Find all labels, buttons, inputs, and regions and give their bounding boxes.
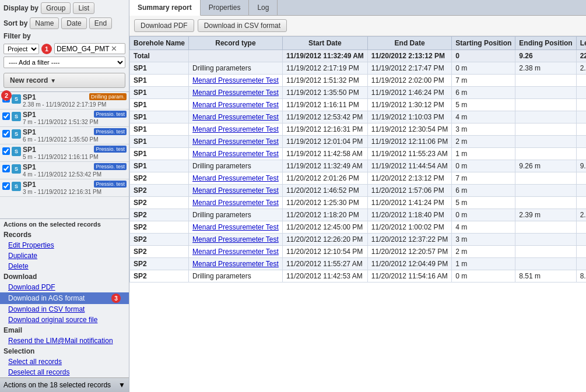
cell-type-9[interactable]: Menard Pressuremeter Test xyxy=(189,172,283,185)
download-ags-item[interactable]: Download in AGS format 3 xyxy=(0,292,129,304)
cell-end-6: 11/19/2012 12:11:06 PM xyxy=(367,136,451,148)
cell-startpos-1: 7 m xyxy=(452,75,515,87)
list-button[interactable]: List xyxy=(73,2,94,14)
cell-start-3: 11/19/2012 1:16:11 PM xyxy=(282,99,367,111)
record-info-3: Pressio. test SP1 5 m - 11/19/2012 1:16:… xyxy=(23,146,127,160)
cell-type-2[interactable]: Menard Pressuremeter Test xyxy=(189,87,283,99)
tab-summary-report[interactable]: Summary report xyxy=(129,0,201,16)
table-row: SP2 Menard Pressuremeter Test 11/20/2012… xyxy=(130,172,587,185)
filter-value-text: DEMO_G4_PMT xyxy=(57,45,110,53)
record-item-4: S Pressio. test SP1 4 m - 11/19/2012 12:… xyxy=(0,162,129,179)
cell-length-7 xyxy=(576,148,586,160)
table-row: SP1 Menard Pressuremeter Test 11/19/2012… xyxy=(130,99,587,111)
summary-table: Borehole Name Record type Start Date End… xyxy=(129,36,586,282)
deselect-all-item[interactable]: Deselect all records xyxy=(0,367,129,377)
delete-item[interactable]: Delete xyxy=(0,261,129,271)
cell-length-11 xyxy=(576,197,586,209)
cell-length-1 xyxy=(576,75,586,87)
cell-length-16 xyxy=(576,258,586,270)
table-row: SP2 Menard Pressuremeter Test 11/20/2012… xyxy=(130,221,587,234)
cell-length-3 xyxy=(576,99,586,111)
cell-type-4[interactable]: Menard Pressuremeter Test xyxy=(189,111,283,123)
cell-end-2: 11/19/2012 1:46:24 PM xyxy=(367,87,451,99)
cell-endpos-14 xyxy=(515,234,576,246)
download-csv-button[interactable]: Download in CSV format xyxy=(198,19,287,32)
cell-endpos-6 xyxy=(515,136,576,148)
tab-properties[interactable]: Properties xyxy=(201,0,250,15)
actions-bottom-bar[interactable]: Actions on the 18 selected records ▼ xyxy=(0,377,129,392)
group-button[interactable]: Group xyxy=(41,2,71,14)
sort-end-button[interactable]: End xyxy=(89,17,112,29)
cell-type-6[interactable]: Menard Pressuremeter Test xyxy=(189,136,283,148)
cell-type-10[interactable]: Menard Pressuremeter Test xyxy=(189,185,283,197)
record-checkbox-4[interactable] xyxy=(2,165,10,172)
cell-startpos-4: 4 m xyxy=(452,111,515,123)
cell-end-16: 11/20/2012 12:04:49 PM xyxy=(367,258,451,270)
cell-type-15[interactable]: Menard Pressuremeter Test xyxy=(189,246,283,258)
cell-startpos-5: 3 m xyxy=(452,123,515,136)
add-filter-select[interactable]: ---- Add a filter ---- xyxy=(3,56,125,68)
cell-start-17: 11/20/2012 11:42:53 AM xyxy=(282,270,367,282)
cell-type-11[interactable]: Menard Pressuremeter Test xyxy=(189,197,283,209)
cell-start-13: 11/20/2012 12:45:00 PM xyxy=(282,221,367,234)
cell-endpos-10 xyxy=(515,185,576,197)
new-record-chevron: ▼ xyxy=(50,77,56,84)
cell-length-9 xyxy=(576,172,586,185)
total-length: 22.54 xyxy=(576,50,586,62)
cell-end-12: 11/20/2012 1:18:40 PM xyxy=(367,209,451,221)
select-all-item[interactable]: Select all records xyxy=(0,356,129,367)
cell-type-5[interactable]: Menard Pressuremeter Test xyxy=(189,123,283,136)
sort-date-button[interactable]: Date xyxy=(61,17,86,29)
filter-type-select[interactable]: Project xyxy=(3,44,39,54)
cell-startpos-2: 6 m xyxy=(452,87,515,99)
table-row: SP2 Menard Pressuremeter Test 11/20/2012… xyxy=(130,234,587,246)
cell-start-11: 11/20/2012 1:25:30 PM xyxy=(282,197,367,209)
records-list: S Drilling param. SP1 2.38 m - 11/19/201… xyxy=(0,91,129,218)
filter-value-box: DEMO_G4_PMT ✕ xyxy=(54,43,125,54)
cell-endpos-7 xyxy=(515,148,576,160)
record-checkbox-3[interactable] xyxy=(2,147,10,155)
cell-borehole-12: SP2 xyxy=(130,209,189,221)
record-info-4: Pressio. test SP1 4 m - 11/19/2012 12:53… xyxy=(23,163,127,178)
cell-borehole-7: SP1 xyxy=(130,148,189,160)
cell-type-13[interactable]: Menard Pressuremeter Test xyxy=(189,221,283,234)
download-original-item[interactable]: Download original source file xyxy=(0,315,129,325)
cell-endpos-9 xyxy=(515,172,576,185)
table-row: SP2 Menard Pressuremeter Test 11/20/2012… xyxy=(130,246,587,258)
new-record-button[interactable]: New record ▼ xyxy=(3,73,125,88)
cell-endpos-16 xyxy=(515,258,576,270)
cell-start-8: 11/19/2012 11:32:49 AM xyxy=(282,160,367,172)
sort-name-button[interactable]: Name xyxy=(30,17,59,29)
record-info-2: Pressio. test SP1 6 m - 11/19/2012 1:35:… xyxy=(23,128,127,143)
cell-type-1[interactable]: Menard Pressuremeter Test xyxy=(189,75,283,87)
record-checkbox-1[interactable] xyxy=(2,112,10,120)
cell-end-7: 11/19/2012 11:55:23 AM xyxy=(367,148,451,160)
download-pdf-item[interactable]: Download PDF xyxy=(0,282,129,292)
download-csv-item[interactable]: Download in CSV format xyxy=(0,304,129,315)
bottom-actions: Actions on the selected records Records … xyxy=(0,218,129,392)
edit-properties-item[interactable]: Edit Properties xyxy=(0,240,129,250)
record-item-5: S Pressio. test SP1 3 m - 11/19/2012 12:… xyxy=(0,179,129,197)
total-row: Total 11/19/2012 11:32:49 AM 11/20/2012 … xyxy=(130,50,587,62)
record-checkbox-5[interactable] xyxy=(2,182,10,190)
sort-by-label: Sort by xyxy=(3,19,27,27)
filter-clear-button[interactable]: ✕ xyxy=(111,44,117,53)
download-pdf-button[interactable]: Download PDF xyxy=(134,19,194,32)
actions-bottom-chevron: ▼ xyxy=(118,381,125,389)
filter-by-label: Filter by xyxy=(3,32,31,40)
cell-startpos-15: 2 m xyxy=(452,246,515,258)
cell-start-15: 11/20/2012 12:10:54 PM xyxy=(282,246,367,258)
duplicate-item[interactable]: Duplicate xyxy=(0,250,129,261)
resend-email-item[interactable]: Resend the LIM@Mail notification xyxy=(0,336,129,346)
cell-type-7[interactable]: Menard Pressuremeter Test xyxy=(189,148,283,160)
cell-borehole-2: SP1 xyxy=(130,87,189,99)
cell-endpos-3 xyxy=(515,99,576,111)
record-checkbox-2[interactable] xyxy=(2,130,10,137)
record-sub-0: 2.38 m - 11/19/2012 2:17:19 PM xyxy=(23,101,127,108)
tab-log[interactable]: Log xyxy=(249,0,278,15)
cell-borehole-15: SP2 xyxy=(130,246,189,258)
cell-type-16[interactable]: Menard Pressuremeter Test xyxy=(189,258,283,270)
cell-length-14 xyxy=(576,234,586,246)
cell-type-14[interactable]: Menard Pressuremeter Test xyxy=(189,234,283,246)
cell-type-3[interactable]: Menard Pressuremeter Test xyxy=(189,99,283,111)
